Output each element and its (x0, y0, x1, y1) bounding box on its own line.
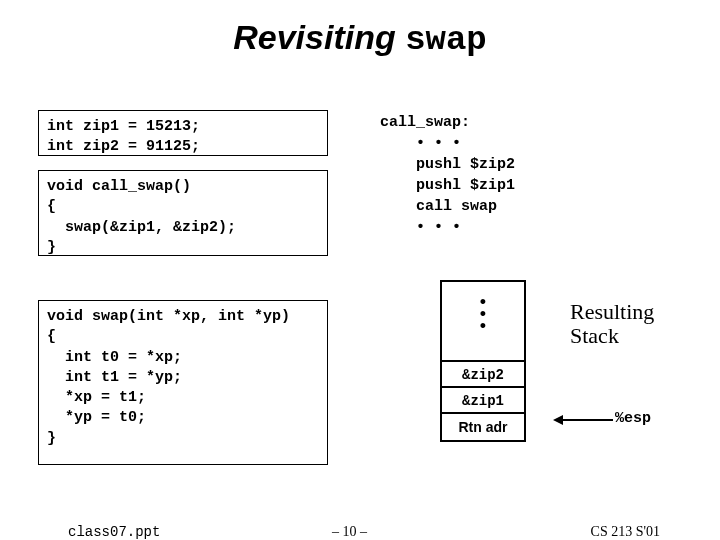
esp-label: %esp (615, 410, 651, 427)
slide-title: Revisiting swap (0, 18, 720, 59)
stack-cell-rtn: Rtn adr (442, 414, 524, 440)
resulting-stack-label: ResultingStack (570, 300, 654, 348)
esp-arrow (555, 419, 613, 421)
stack-dots: • • • (442, 282, 524, 362)
footer-course: CS 213 S'01 (591, 524, 660, 540)
code-block-swap: void swap(int *xp, int *yp) { int t0 = *… (38, 300, 328, 465)
assembly-listing: call_swap: • • • pushl $zip2 pushl $zip1… (380, 112, 515, 238)
code-block-decls: int zip1 = 15213; int zip2 = 91125; (38, 110, 328, 156)
title-text: Revisiting (233, 18, 405, 56)
footer-pagenum: – 10 – (332, 524, 367, 540)
stack-diagram: • • • &zip2 &zip1 Rtn adr (440, 280, 526, 442)
stack-cell-zip1: &zip1 (442, 388, 524, 414)
title-code: swap (405, 21, 487, 59)
footer-filename: class07.ppt (68, 524, 160, 540)
code-block-callswap: void call_swap() { swap(&zip1, &zip2); } (38, 170, 328, 256)
stack-cell-zip2: &zip2 (442, 362, 524, 388)
